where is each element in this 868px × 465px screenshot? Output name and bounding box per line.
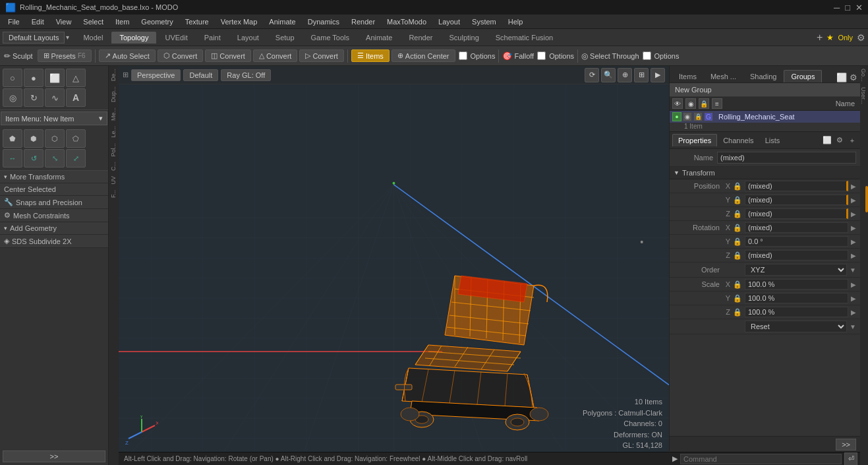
- list-item-render-icon[interactable]: ◉: [683, 112, 692, 121]
- center-selected-btn[interactable]: Center Selected: [0, 183, 108, 196]
- prop-expand-icon[interactable]: ⬜: [822, 135, 832, 146]
- sidebar-icon-curve[interactable]: ∿: [45, 88, 65, 107]
- rp-tab-mesh[interactable]: Mesh ...: [704, 71, 743, 82]
- position-y-arrow-icon[interactable]: ▶: [851, 197, 856, 204]
- viewport-grid-icon[interactable]: ⊞: [634, 68, 649, 82]
- scale-z-input[interactable]: [745, 307, 848, 317]
- tab-sculpting[interactable]: Sculpting: [442, 32, 487, 44]
- falloff-label[interactable]: Falloff: [514, 52, 534, 60]
- scale-x-input[interactable]: [745, 279, 848, 290]
- scale-y-arrow-icon[interactable]: ▶: [851, 295, 856, 302]
- scale-y-lock-icon[interactable]: 🔒: [733, 294, 742, 303]
- sidebar-icon-spiral[interactable]: ↻: [24, 88, 43, 107]
- list-item-lock-icon[interactable]: 🔒: [693, 112, 703, 121]
- sds-subdivide-btn[interactable]: ◈ SDS Subdivide 2X: [0, 235, 108, 248]
- list-icon-render[interactable]: ◉: [685, 98, 696, 109]
- prop-tab-properties[interactable]: Properties: [672, 134, 717, 146]
- rp-gear-icon[interactable]: ⚙: [850, 73, 857, 82]
- viewport-center-icon[interactable]: ⊕: [618, 68, 632, 82]
- tab-schematic[interactable]: Schematic Fusion: [488, 32, 561, 44]
- sidebar-icon-ball[interactable]: ●: [24, 69, 43, 87]
- menu-maxtomodo[interactable]: MaxToModo: [382, 16, 432, 27]
- titlebar-controls[interactable]: ─ □ ✕: [834, 3, 863, 13]
- menu-animate[interactable]: Animate: [264, 16, 301, 27]
- new-group-btn[interactable]: New Group: [670, 83, 860, 97]
- viewport-expand-icon[interactable]: ⊞: [123, 71, 129, 79]
- tab-animate[interactable]: Animate: [358, 32, 400, 44]
- scroll-indicator[interactable]: [865, 186, 868, 212]
- options-checkbox-2[interactable]: [537, 51, 546, 60]
- position-y-lock-icon[interactable]: 🔒: [733, 196, 742, 204]
- tab-topology[interactable]: Topology: [111, 32, 156, 44]
- viewport-orbit-icon[interactable]: ⟳: [585, 68, 599, 82]
- order-select[interactable]: XYZ XZY YXZ: [745, 264, 847, 276]
- viewport-zoom-icon[interactable]: 🔍: [601, 68, 616, 82]
- scale-z-arrow-icon[interactable]: ▶: [851, 309, 856, 316]
- tool-icon-1[interactable]: ⬟: [3, 129, 22, 148]
- snaps-precision-btn[interactable]: 🔧 Snaps and Precision: [0, 196, 108, 209]
- rp-tab-shading[interactable]: Shading: [743, 71, 783, 82]
- tab-gametools[interactable]: Game Tools: [303, 32, 358, 44]
- expand-btn[interactable]: >>: [3, 450, 105, 462]
- rotation-y-arrow-icon[interactable]: ▶: [851, 238, 856, 245]
- more-transforms-btn[interactable]: ▾ More Transforms: [0, 171, 108, 183]
- position-y-input[interactable]: [745, 195, 848, 205]
- perspective-btn[interactable]: Perspective: [131, 69, 181, 81]
- menu-texture[interactable]: Texture: [180, 16, 214, 27]
- options-checkbox-1[interactable]: [459, 51, 467, 60]
- position-x-lock-icon[interactable]: 🔒: [733, 182, 742, 191]
- tab-layout[interactable]: Layout: [229, 32, 267, 44]
- prop-tab-lists[interactable]: Lists: [760, 135, 786, 146]
- tab-paint[interactable]: Paint: [196, 32, 229, 44]
- scale-y-input[interactable]: [745, 293, 848, 303]
- tab-uvedit[interactable]: UVEdit: [157, 32, 195, 44]
- position-z-lock-icon[interactable]: 🔒: [733, 210, 742, 218]
- list-icon-eye[interactable]: 👁: [672, 98, 683, 109]
- rp-expand-icon[interactable]: ⬜: [836, 73, 847, 82]
- rotation-y-lock-icon[interactable]: 🔒: [733, 237, 742, 246]
- command-enter-btn[interactable]: ⏎: [844, 452, 857, 466]
- prop-tab-channels[interactable]: Channels: [718, 135, 759, 146]
- tool-icon-rotate[interactable]: ↺: [24, 149, 43, 168]
- menu-render[interactable]: Render: [346, 16, 380, 27]
- sculpt-label[interactable]: Sculpt: [13, 52, 33, 60]
- tool-icon-2[interactable]: ⬢: [24, 129, 43, 148]
- rp-tab-groups[interactable]: Groups: [784, 70, 822, 82]
- add-geometry-btn[interactable]: ▾ Add Geometry: [0, 222, 108, 235]
- sidebar-icon-cube[interactable]: ⬜: [45, 69, 65, 87]
- rotation-z-input[interactable]: [745, 250, 848, 261]
- minimize-btn[interactable]: ─: [834, 3, 840, 13]
- prop-gear-icon[interactable]: ⚙: [834, 135, 845, 146]
- rotation-y-input[interactable]: [745, 236, 848, 247]
- menu-system[interactable]: System: [467, 16, 502, 27]
- tool-icon-3[interactable]: ⬡: [45, 129, 65, 148]
- list-icon-lock[interactable]: 🔒: [699, 98, 709, 109]
- rotation-z-arrow-icon[interactable]: ▶: [851, 252, 856, 259]
- menu-select[interactable]: Select: [78, 16, 109, 27]
- menu-help[interactable]: Help: [503, 16, 529, 27]
- tab-add-btn[interactable]: +: [817, 32, 823, 44]
- tool-icon-transform[interactable]: ⤢: [66, 149, 86, 168]
- menu-dynamics[interactable]: Dynamics: [303, 16, 345, 27]
- position-x-input[interactable]: [745, 181, 848, 191]
- position-z-arrow-icon[interactable]: ▶: [851, 210, 856, 218]
- convert1-btn[interactable]: ⬡ Convert: [158, 49, 204, 62]
- convert4-btn[interactable]: ▷ Convert: [299, 49, 344, 62]
- transform-section-header[interactable]: ▼ Transform: [670, 167, 860, 179]
- menu-file[interactable]: File: [3, 16, 25, 27]
- sidebar-icon-triangle[interactable]: △: [66, 69, 86, 87]
- list-item-row[interactable]: ● ◉ 🔒 G Rolling_Mechanic_Seat: [670, 111, 860, 123]
- menu-view[interactable]: View: [51, 16, 77, 27]
- tab-model[interactable]: Model: [75, 32, 111, 44]
- tab-render[interactable]: Render: [401, 32, 440, 44]
- tool-icon-scale[interactable]: ⤡: [45, 149, 65, 168]
- presets-btn[interactable]: ⊞ Presets F6: [38, 49, 92, 62]
- select-through-label[interactable]: Select Through: [590, 52, 639, 60]
- viewport[interactable]: ⊞ Perspective Default Ray GL: Off ⟳ 🔍 ⊕ …: [119, 66, 669, 465]
- sidebar-icon-ring[interactable]: ◎: [3, 88, 22, 107]
- auto-select-btn[interactable]: ↗ Auto Select: [99, 49, 156, 62]
- reset-arrow-icon[interactable]: ▼: [850, 323, 856, 330]
- rotation-z-lock-icon[interactable]: 🔒: [733, 251, 742, 260]
- menu-item[interactable]: Item: [110, 16, 134, 27]
- rp-bottom-arrow-btn[interactable]: >>: [836, 439, 856, 450]
